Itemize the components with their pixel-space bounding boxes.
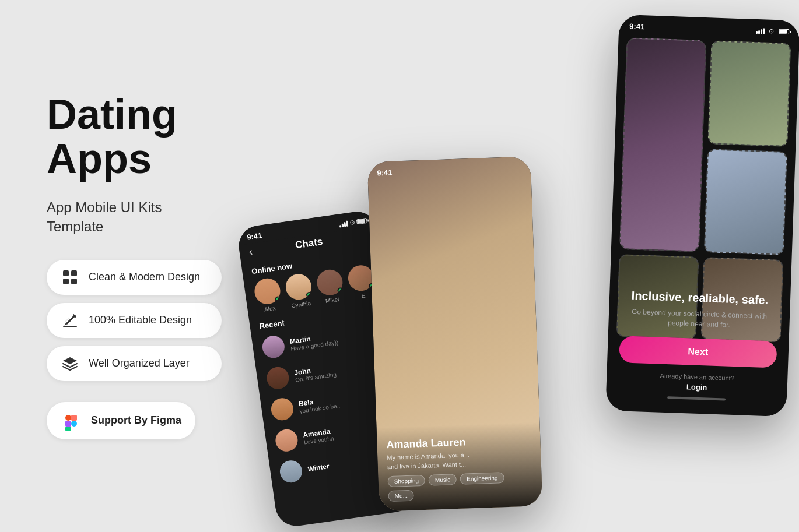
photo-card-bottom-right — [704, 149, 787, 255]
svg-rect-3 — [71, 279, 77, 284]
feature-clean-design: Clean & Modern Design — [47, 260, 222, 295]
grid-icon — [61, 268, 79, 287]
avatar-name: Cynthia — [291, 300, 311, 309]
svg-rect-6 — [71, 415, 77, 421]
editable-label: 100% Editable Design — [89, 314, 192, 326]
home-indicator — [667, 396, 726, 400]
onboarding-headline: Inclusive, realiable, safe. — [621, 289, 779, 308]
profile-phone: 9:41 Amanda Lauren My name is Amanda, yo… — [367, 156, 543, 511]
svg-rect-7 — [65, 421, 71, 427]
page-title: DatingApps — [47, 93, 222, 181]
chats-time: 9:41 — [246, 231, 262, 241]
avatar-name: Mikel — [325, 296, 339, 304]
phone-mockups: 9:41 ⊙ ‹ Chats Online now — [257, 0, 799, 532]
chats-title: Chats — [295, 236, 324, 251]
tag-shopping: Shopping — [387, 475, 425, 487]
tag-engineering: Engineering — [460, 472, 504, 485]
avatar-alex: Alex — [253, 277, 283, 314]
figma-label: Support By Figma — [91, 414, 181, 427]
figma-badge: Support By Figma — [47, 402, 195, 439]
left-panel: DatingApps App Mobile UI KitsTemplate Cl… — [0, 58, 257, 474]
avatar-name: Alex — [264, 305, 276, 313]
profile-bio: My name is Amanda, you a...and live in J… — [387, 449, 532, 471]
feature-list: Clean & Modern Design 100% Editable Desi… — [47, 260, 222, 381]
svg-point-9 — [71, 421, 77, 427]
svg-rect-2 — [63, 279, 69, 284]
next-button[interactable]: Next — [619, 336, 777, 368]
tag-more: Mo... — [388, 490, 414, 502]
profile-name: Amanda Lauren — [386, 434, 531, 452]
photo-card-top-right — [707, 40, 791, 147]
layers-icon — [61, 354, 79, 373]
svg-rect-8 — [65, 427, 71, 431]
page-subtitle: App Mobile UI KitsTemplate — [47, 198, 222, 237]
svg-rect-1 — [71, 270, 77, 276]
svg-rect-0 — [63, 270, 69, 276]
tag-music: Music — [429, 474, 457, 486]
svg-rect-5 — [65, 415, 71, 421]
back-arrow[interactable]: ‹ — [248, 245, 253, 258]
profile-time: 9:41 — [377, 168, 393, 178]
onboarding-description: Go beyond your social circle & connect w… — [620, 307, 778, 332]
edit-icon — [61, 311, 79, 330]
photo-card-tall-left — [619, 37, 707, 252]
onboarding-time: 9:41 — [629, 22, 645, 31]
avatar-name: E — [361, 293, 366, 300]
onboarding-phone: 9:41 ⊙ — [605, 15, 799, 417]
feature-editable: 100% Editable Design — [47, 303, 222, 338]
avatar-cynthia: Cynthia — [284, 272, 314, 309]
layers-label: Well Organized Layer — [89, 357, 190, 369]
onboarding-bottom: Inclusive, realiable, safe. Go beyond yo… — [605, 279, 791, 417]
feature-layers: Well Organized Layer — [47, 346, 222, 381]
avatar-mikel: Mikel — [316, 268, 346, 305]
clean-design-label: Clean & Modern Design — [89, 271, 200, 283]
